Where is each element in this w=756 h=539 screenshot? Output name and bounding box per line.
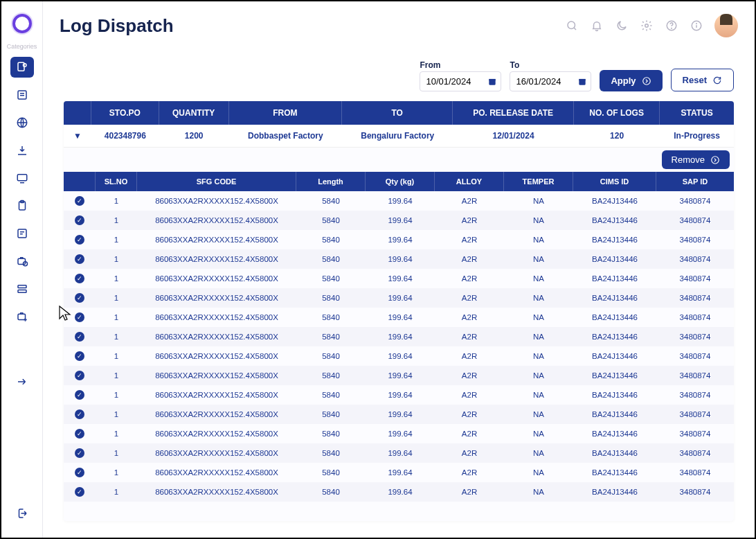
cell-length: 5840 [296,482,366,502]
col-from: FROM [229,101,343,125]
summary-row: ▼ 402348796 1200 Dobbaspet Factory Benga… [64,125,734,148]
cell-temper: NA [504,249,573,269]
cell-logs: 120 [574,125,660,148]
nav-item-6[interactable] [10,195,34,216]
cell-sfg: 86063XXA2RXXXXX152.4X5800X [137,327,296,346]
cell-slno: 1 [96,463,137,482]
nav-item-9[interactable] [10,279,34,299]
gear-icon[interactable] [640,19,654,33]
row-checkbox[interactable]: ✓ [75,274,84,283]
apply-button[interactable]: Apply [600,70,662,91]
cell-temper: NA [504,288,573,308]
nav-item-7[interactable] [10,223,34,244]
nav-item-8[interactable] [10,251,34,272]
row-checkbox[interactable]: ✓ [75,409,84,419]
nav-item-10[interactable] [10,306,34,327]
row-checkbox[interactable]: ✓ [75,351,84,361]
table-row: ✓186063XXA2RXXXXX152.4X5800X5840199.64A2… [64,249,734,269]
row-checkbox[interactable]: ✓ [75,390,84,400]
row-checkbox[interactable]: ✓ [75,254,84,264]
row-checkbox[interactable]: ✓ [75,196,84,206]
logout-icon [16,507,28,520]
cell-slno: 1 [96,249,137,269]
cell-alloy: A2R [435,405,504,424]
row-checkbox[interactable]: ✓ [75,332,84,342]
from-label: From [420,60,501,70]
cell-slno: 1 [96,211,137,230]
cell-length: 5840 [296,230,366,249]
reset-label: Reset [683,75,707,85]
bell-icon[interactable] [590,19,604,33]
cell-qty: 199.64 [366,327,435,346]
cell-alloy: A2R [435,308,504,327]
moon-icon[interactable] [615,19,629,33]
table-row: ✓186063XXA2RXXXXX152.4X5800X5840199.64A2… [64,269,734,288]
cell-length: 5840 [296,288,366,308]
nav-item-4[interactable] [10,140,34,161]
cell-slno: 1 [96,327,137,346]
svg-point-14 [645,24,649,28]
row-checkbox[interactable]: ✓ [75,487,84,497]
cell-alloy: A2R [435,366,504,385]
nav-logout[interactable] [10,503,34,524]
cell-qty: 199.64 [366,288,435,308]
cell-slno: 1 [96,385,137,405]
cell-qty: 199.64 [366,424,435,443]
row-checkbox[interactable]: ✓ [75,312,84,322]
server-icon [16,283,28,295]
dh-qty: Qty (kg) [366,172,435,191]
download-icon [16,144,28,157]
row-checkbox[interactable]: ✓ [75,215,84,225]
nav-collapse[interactable] [10,371,34,392]
svg-rect-20 [489,78,496,80]
cell-length: 5840 [296,269,366,288]
cell-alloy: A2R [435,424,504,443]
nav-item-1[interactable] [10,57,34,78]
page-title: Log Dispatch [60,15,174,37]
search-icon[interactable] [565,19,579,33]
info-icon[interactable] [690,19,703,33]
avatar[interactable] [714,14,738,37]
cell-temper: NA [504,346,573,366]
cell-cims: BA24J13446 [573,424,656,443]
cell-length: 5840 [296,385,366,405]
cell-length: 5840 [296,308,366,327]
calendar-icon[interactable] [487,77,497,87]
svg-rect-12 [18,314,26,319]
cell-sap: 3480874 [656,308,734,327]
svg-point-13 [568,21,575,29]
sidebar: Categories [1,1,43,538]
svg-point-18 [696,24,697,24]
header-actions [565,14,738,37]
row-checkbox[interactable]: ✓ [75,468,84,477]
remove-button[interactable]: Remove [662,150,730,169]
nav-item-2[interactable] [10,85,34,105]
cell-sfg: 86063XXA2RXXXXX152.4X5800X [137,269,296,288]
cell-temper: NA [504,443,573,463]
svg-rect-22 [579,78,586,80]
row-checkbox[interactable]: ✓ [75,293,84,303]
table-row: ✓186063XXA2RXXXXX152.4X5800X5840199.64A2… [64,327,734,346]
monitor-icon [16,172,28,184]
row-checkbox[interactable]: ✓ [75,235,84,245]
cell-sfg: 86063XXA2RXXXXX152.4X5800X [137,230,296,249]
nav-item-5[interactable] [10,168,34,188]
reset-button[interactable]: Reset [671,69,734,91]
help-icon[interactable] [665,19,678,33]
svg-point-24 [712,156,719,164]
row-checkbox[interactable]: ✓ [75,429,84,439]
cell-sfg: 86063XXA2RXXXXX152.4X5800X [137,308,296,327]
dh-alloy: ALLOY [435,172,504,191]
cell-temper: NA [504,191,573,211]
cell-alloy: A2R [435,191,504,211]
row-checkbox[interactable]: ✓ [75,448,84,458]
cell-slno: 1 [96,482,137,502]
nav-item-3[interactable] [10,112,34,133]
calendar-icon[interactable] [577,77,587,87]
cell-qty: 199.64 [366,405,435,424]
row-checkbox[interactable]: ✓ [75,371,84,380]
categories-label: Categories [7,43,37,50]
cell-slno: 1 [96,405,137,424]
expand-toggle[interactable]: ▼ [73,131,82,141]
cell-cims: BA24J13446 [573,249,656,269]
